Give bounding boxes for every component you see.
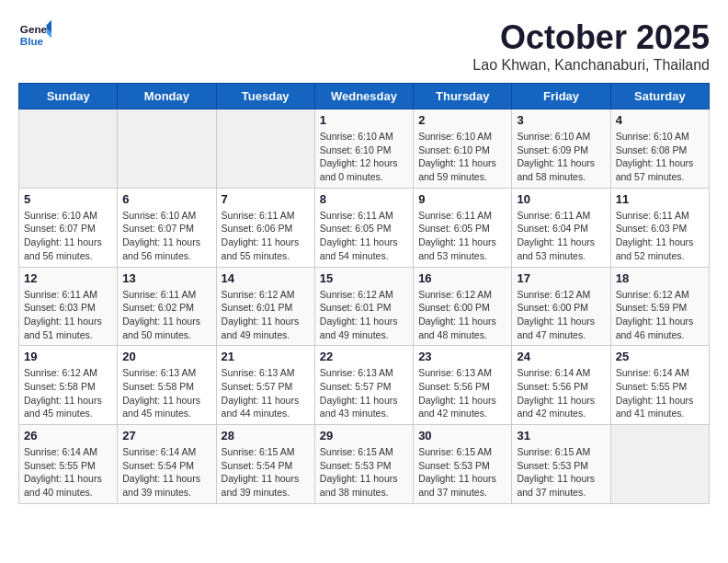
day-number: 29: [320, 429, 408, 442]
day-header-saturday: Saturday: [610, 84, 709, 109]
day-info: Sunrise: 6:11 AMSunset: 6:05 PMDaylight:…: [320, 209, 408, 263]
logo-icon: General Blue: [18, 18, 51, 52]
day-cell: 2Sunrise: 6:10 AMSunset: 6:10 PMDaylight…: [414, 109, 512, 189]
day-cell: [19, 109, 118, 189]
day-info: Sunrise: 6:13 AMSunset: 5:58 PMDaylight:…: [122, 366, 210, 420]
day-info: Sunrise: 6:14 AMSunset: 5:55 PMDaylight:…: [24, 445, 112, 500]
day-cell: 20Sunrise: 6:13 AMSunset: 5:58 PMDayligh…: [118, 346, 216, 425]
day-info: Sunrise: 6:12 AMSunset: 6:01 PMDaylight:…: [320, 288, 408, 342]
day-info: Sunrise: 6:11 AMSunset: 6:02 PMDaylight:…: [122, 288, 210, 342]
day-cell: 19Sunrise: 6:12 AMSunset: 5:58 PMDayligh…: [19, 346, 118, 425]
day-number: 23: [418, 350, 506, 363]
week-row-1: 1Sunrise: 6:10 AMSunset: 6:10 PMDaylight…: [19, 109, 710, 189]
day-info: Sunrise: 6:10 AMSunset: 6:07 PMDaylight:…: [24, 209, 112, 263]
day-cell: 26Sunrise: 6:14 AMSunset: 5:55 PMDayligh…: [19, 425, 118, 504]
day-number: 13: [122, 271, 210, 285]
day-number: 10: [517, 192, 605, 206]
days-of-week-row: SundayMondayTuesdayWednesdayThursdayFrid…: [19, 84, 710, 109]
day-info: Sunrise: 6:12 AMSunset: 5:58 PMDaylight:…: [24, 366, 112, 420]
week-row-3: 12Sunrise: 6:11 AMSunset: 6:03 PMDayligh…: [19, 267, 710, 346]
day-info: Sunrise: 6:15 AMSunset: 5:53 PMDaylight:…: [418, 445, 506, 500]
header: General Blue October 2025 Lao Khwan, Kan…: [18, 18, 710, 74]
day-info: Sunrise: 6:10 AMSunset: 6:08 PMDaylight:…: [616, 130, 704, 184]
day-info: Sunrise: 6:14 AMSunset: 5:54 PMDaylight:…: [122, 445, 210, 500]
day-number: 17: [517, 271, 605, 285]
day-info: Sunrise: 6:14 AMSunset: 5:56 PMDaylight:…: [517, 366, 605, 420]
day-number: 25: [616, 350, 704, 363]
day-number: 19: [24, 350, 112, 363]
day-info: Sunrise: 6:15 AMSunset: 5:53 PMDaylight:…: [517, 445, 605, 500]
day-cell: 30Sunrise: 6:15 AMSunset: 5:53 PMDayligh…: [414, 425, 512, 504]
month-title: October 2025: [472, 18, 710, 57]
day-cell: 10Sunrise: 6:11 AMSunset: 6:04 PMDayligh…: [512, 188, 610, 267]
day-cell: 22Sunrise: 6:13 AMSunset: 5:57 PMDayligh…: [314, 346, 413, 425]
calendar-body: 1Sunrise: 6:10 AMSunset: 6:10 PMDaylight…: [19, 109, 710, 504]
day-cell: 16Sunrise: 6:12 AMSunset: 6:00 PMDayligh…: [414, 267, 512, 346]
day-cell: 28Sunrise: 6:15 AMSunset: 5:54 PMDayligh…: [216, 425, 314, 504]
day-cell: 6Sunrise: 6:10 AMSunset: 6:07 PMDaylight…: [118, 188, 216, 267]
day-info: Sunrise: 6:14 AMSunset: 5:55 PMDaylight:…: [616, 366, 704, 420]
day-info: Sunrise: 6:12 AMSunset: 6:00 PMDaylight:…: [517, 288, 605, 342]
day-header-sunday: Sunday: [19, 84, 118, 109]
week-row-5: 26Sunrise: 6:14 AMSunset: 5:55 PMDayligh…: [19, 425, 710, 504]
day-cell: 12Sunrise: 6:11 AMSunset: 6:03 PMDayligh…: [19, 267, 118, 346]
day-cell: 17Sunrise: 6:12 AMSunset: 6:00 PMDayligh…: [512, 267, 610, 346]
title-area: October 2025 Lao Khwan, Kanchanaburi, Th…: [472, 18, 710, 74]
location-subtitle: Lao Khwan, Kanchanaburi, Thailand: [472, 57, 710, 74]
day-cell: [216, 109, 314, 189]
day-cell: [610, 425, 709, 504]
day-info: Sunrise: 6:11 AMSunset: 6:05 PMDaylight:…: [418, 209, 506, 263]
day-number: 1: [320, 113, 408, 127]
day-info: Sunrise: 6:15 AMSunset: 5:53 PMDaylight:…: [320, 445, 408, 500]
day-info: Sunrise: 6:11 AMSunset: 6:03 PMDaylight:…: [24, 288, 112, 342]
day-cell: 21Sunrise: 6:13 AMSunset: 5:57 PMDayligh…: [216, 346, 314, 425]
day-number: 20: [122, 350, 210, 363]
day-number: 11: [616, 192, 704, 206]
day-number: 2: [418, 113, 506, 127]
day-cell: 11Sunrise: 6:11 AMSunset: 6:03 PMDayligh…: [610, 188, 709, 267]
day-number: 6: [122, 192, 210, 206]
day-cell: 15Sunrise: 6:12 AMSunset: 6:01 PMDayligh…: [314, 267, 413, 346]
day-header-monday: Monday: [118, 84, 216, 109]
day-info: Sunrise: 6:11 AMSunset: 6:03 PMDaylight:…: [616, 209, 704, 263]
day-number: 3: [517, 113, 605, 127]
day-number: 12: [24, 271, 112, 285]
day-header-thursday: Thursday: [414, 84, 512, 109]
day-number: 14: [222, 271, 310, 285]
day-cell: 18Sunrise: 6:12 AMSunset: 5:59 PMDayligh…: [610, 267, 709, 346]
day-cell: 1Sunrise: 6:10 AMSunset: 6:10 PMDaylight…: [314, 109, 413, 189]
day-info: Sunrise: 6:10 AMSunset: 6:10 PMDaylight:…: [320, 130, 408, 184]
day-cell: 25Sunrise: 6:14 AMSunset: 5:55 PMDayligh…: [610, 346, 709, 425]
day-header-wednesday: Wednesday: [314, 84, 413, 109]
day-cell: 14Sunrise: 6:12 AMSunset: 6:01 PMDayligh…: [216, 267, 314, 346]
day-number: 18: [616, 271, 704, 285]
day-cell: 13Sunrise: 6:11 AMSunset: 6:02 PMDayligh…: [118, 267, 216, 346]
day-header-friday: Friday: [512, 84, 610, 109]
day-cell: 8Sunrise: 6:11 AMSunset: 6:05 PMDaylight…: [314, 188, 413, 267]
day-cell: 31Sunrise: 6:15 AMSunset: 5:53 PMDayligh…: [512, 425, 610, 504]
day-number: 28: [222, 429, 310, 442]
day-cell: 7Sunrise: 6:11 AMSunset: 6:06 PMDaylight…: [216, 188, 314, 267]
day-number: 9: [418, 192, 506, 206]
week-row-2: 5Sunrise: 6:10 AMSunset: 6:07 PMDaylight…: [19, 188, 710, 267]
day-info: Sunrise: 6:12 AMSunset: 6:01 PMDaylight:…: [222, 288, 310, 342]
day-info: Sunrise: 6:10 AMSunset: 6:07 PMDaylight:…: [122, 209, 210, 263]
day-info: Sunrise: 6:13 AMSunset: 5:57 PMDaylight:…: [320, 366, 408, 420]
day-cell: 3Sunrise: 6:10 AMSunset: 6:09 PMDaylight…: [512, 109, 610, 189]
day-number: 5: [24, 192, 112, 206]
day-number: 27: [122, 429, 210, 442]
day-info: Sunrise: 6:13 AMSunset: 5:57 PMDaylight:…: [222, 366, 310, 420]
day-cell: 24Sunrise: 6:14 AMSunset: 5:56 PMDayligh…: [512, 346, 610, 425]
svg-text:Blue: Blue: [20, 35, 44, 47]
day-cell: 23Sunrise: 6:13 AMSunset: 5:56 PMDayligh…: [414, 346, 512, 425]
day-info: Sunrise: 6:10 AMSunset: 6:09 PMDaylight:…: [517, 130, 605, 184]
logo: General Blue: [18, 18, 51, 52]
day-number: 31: [517, 429, 605, 442]
day-info: Sunrise: 6:13 AMSunset: 5:56 PMDaylight:…: [418, 366, 506, 420]
day-number: 16: [418, 271, 506, 285]
day-cell: [118, 109, 216, 189]
day-number: 15: [320, 271, 408, 285]
calendar-header: SundayMondayTuesdayWednesdayThursdayFrid…: [19, 84, 710, 109]
day-number: 21: [222, 350, 310, 363]
day-info: Sunrise: 6:10 AMSunset: 6:10 PMDaylight:…: [418, 130, 506, 184]
